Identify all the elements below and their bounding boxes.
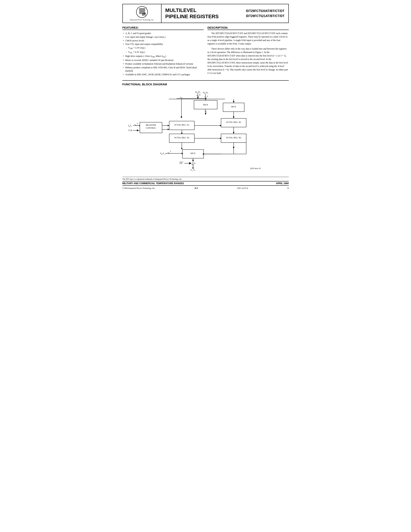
bus-8-y: 8 — [194, 162, 195, 164]
drw-note: 2619 drw 01 — [250, 167, 261, 170]
page-right: 1 — [287, 187, 289, 190]
svg-marker-19 — [233, 116, 234, 118]
bus-2-s: 2 — [170, 150, 171, 152]
description-para1: The IDT29FCT520AT/BT/CT/DT and IDT29FCT5… — [207, 31, 289, 46]
features-section: FEATURES: A, B, C and D speed grades Low… — [122, 25, 204, 77]
svg-marker-16 — [233, 101, 234, 103]
mil-text: MILITARY AND COMMERCIAL TEMPERATURE RANG… — [122, 182, 184, 185]
page-number: 6.2 — [195, 187, 198, 190]
svg-line-57 — [191, 164, 194, 165]
svg-marker-11 — [197, 97, 199, 99]
footer-bottom: ©1994 Integrated Device Technology, Inc.… — [122, 187, 289, 190]
svg-marker-44 — [220, 138, 222, 139]
mux-bottom-label: MUX — [190, 152, 196, 154]
idt-logo: dt ® — [134, 6, 150, 18]
list-item: VOH = 3.3V (typ.) — [122, 46, 204, 50]
logo-section: dt ® Integrated Device Technology, Inc. — [123, 4, 161, 23]
fbd-section: FUNCTIONAL BLOCK DIAGRAM text { font-fam… — [122, 83, 289, 171]
svg-line-28 — [135, 124, 137, 126]
svg-marker-34 — [168, 125, 169, 126]
svg-marker-40 — [220, 125, 222, 126]
block-diagram-svg: text { font-family: 'Times New Roman', T… — [122, 90, 289, 171]
header-title: MULTILEVEL PIPELINE REGISTERS — [161, 4, 242, 23]
svg-line-10 — [196, 95, 199, 97]
fbd-title: FUNCTIONAL BLOCK DIAGRAM — [122, 83, 289, 86]
list-item: A, B, C and D speed grades — [122, 31, 204, 35]
features-list: A, B, C and D speed grades Low input and… — [122, 31, 204, 76]
page-header: dt ® Integrated Device Technology, Inc. … — [122, 4, 289, 23]
trademark-text: The IDT logo is a registered trademark o… — [122, 178, 182, 180]
mux-top-label: MUX — [231, 105, 236, 108]
svg-marker-42 — [181, 133, 183, 134]
list-item: Military product compliant to MIL-STD-88… — [122, 66, 204, 73]
reg-control-label1: REGISTER — [146, 124, 156, 126]
doc-number: DSC-4215/4 — [237, 187, 248, 189]
octal-a1-label: OCTAL REG. A1 — [174, 124, 189, 126]
copyright-text: ©1994 Integrated Device Technology, Inc. — [122, 187, 155, 189]
bus-8-d: 8 — [199, 94, 200, 96]
svg-marker-22 — [233, 132, 234, 134]
features-description-row: FEATURES: A, B, C and D speed grades Low… — [122, 25, 289, 77]
oe-label: OE — [179, 162, 182, 164]
logo-company-text: Integrated Device Technology, Inc. — [130, 19, 154, 21]
list-item: Available in DIP, SOIC, SSOP, QSOP, CERP… — [122, 73, 204, 76]
diagram-container: text { font-family: 'Times New Roman', T… — [122, 90, 289, 171]
svg-marker-5 — [205, 113, 206, 115]
svg-marker-52 — [192, 160, 194, 162]
list-item: VOL = 0.3V (typ.) — [122, 50, 204, 54]
svg-marker-46 — [181, 148, 183, 150]
section-divider — [122, 80, 289, 81]
list-item: Low input and output leakage ≤1μA (max.) — [122, 35, 204, 39]
svg-marker-36 — [168, 129, 169, 130]
header-part-numbers: IDT29FCT520AT/BT/CT/DT IDT29FCT521AT/BT/… — [242, 4, 288, 23]
date-text: APRIL 1994 — [276, 182, 289, 185]
list-item: Product available in Radiation Tolerant … — [122, 62, 204, 66]
features-title: FEATURES: — [122, 26, 204, 30]
octal-b2-label: OCTAL REG. B2 — [226, 136, 241, 139]
svg-line-49 — [168, 152, 170, 154]
svg-marker-2 — [205, 98, 206, 100]
footer-bar: MILITARY AND COMMERCIAL TEMPERATURE RANG… — [122, 181, 289, 186]
description-section: DESCRIPTION: The IDT29FCT520AT/BT/CT/DT … — [207, 25, 289, 77]
list-item: High drive outputs (-15mA IOH, 48mA IOL) — [122, 54, 204, 58]
bus-width-8-top: 8 — [207, 95, 208, 97]
octal-a2-label: OCTAL REG. A2 — [174, 136, 189, 139]
y0y7-label: Y0-Y7 — [190, 169, 196, 171]
list-item: Meets or exceeds JEDEC standard 18 speci… — [122, 58, 204, 62]
clk-label: CLK — [128, 129, 132, 131]
svg-marker-31 — [137, 129, 139, 131]
svg-marker-14 — [181, 116, 182, 118]
list-item: CMOS power levels — [122, 39, 204, 43]
footer-top: The IDT logo is a registered trademark o… — [122, 177, 289, 180]
s0s1-label: S0,S1 — [160, 152, 165, 155]
mux-top-label: MUX — [203, 104, 208, 106]
description-para2: These devices differ only in the way dat… — [207, 47, 289, 75]
reg-control-label2: CONTROL — [146, 127, 156, 129]
octal-b1-label: OCTAL REG. B1 — [226, 121, 241, 123]
list-item: True TTL input and output compatibility — [122, 42, 204, 46]
io-i1-label: I0,I1 — [128, 124, 132, 127]
svg-marker-55 — [189, 162, 191, 164]
description-title: DESCRIPTION: — [207, 26, 289, 30]
bus-2-io: 2 — [137, 122, 138, 124]
